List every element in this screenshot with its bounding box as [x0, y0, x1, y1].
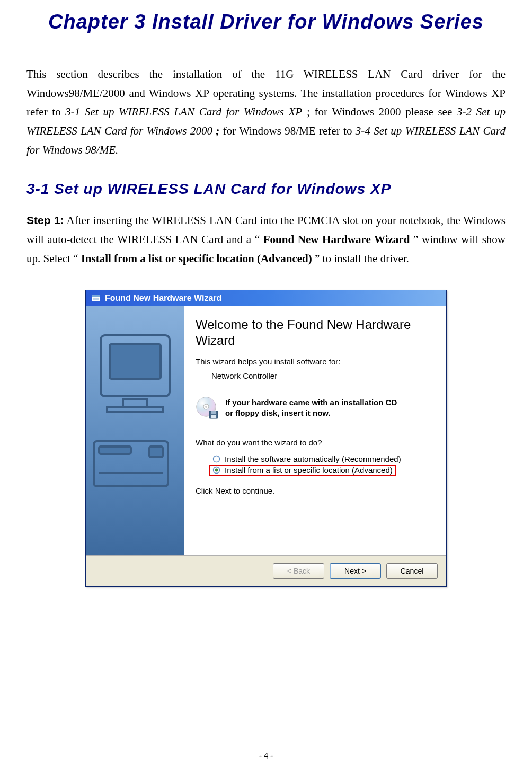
step1-bold-1: Found New Hardware Wizard	[263, 233, 410, 246]
svg-rect-11	[99, 447, 131, 454]
wizard-device-name: Network Controller	[211, 371, 435, 380]
radio-checked-icon	[212, 466, 220, 474]
wizard-titlebar[interactable]: Found New Hardware Wizard	[86, 290, 446, 306]
intro-paragraph: This section describes the installation …	[26, 65, 506, 159]
svg-point-21	[215, 468, 218, 471]
svg-rect-5	[110, 344, 161, 379]
radio-unchecked-icon	[212, 455, 220, 463]
svg-rect-2	[93, 298, 99, 300]
page-number: - 4 -	[0, 751, 532, 761]
svg-point-15	[205, 406, 207, 408]
wizard-question-text: What do you want the wizard to do?	[196, 438, 435, 447]
wizard-cd-line2: or floppy disk, insert it now.	[225, 408, 397, 418]
svg-point-19	[214, 456, 220, 462]
wizard-button-bar: < Back Next > Cancel	[86, 555, 446, 586]
svg-rect-18	[211, 415, 216, 418]
wizard-helps-text: This wizard helps you install software f…	[196, 357, 435, 366]
wizard-cd-line1: If your hardware came with an installati…	[225, 397, 397, 408]
step1-bold-2: Install from a list or specific location…	[81, 252, 312, 265]
radio-auto-label: Install the software automatically (Reco…	[225, 454, 401, 463]
wizard-sidebar-art-icon	[86, 306, 184, 555]
intro-text-3: for Windows 98/ME refer to	[223, 124, 356, 137]
wizard-title-text: Found New Hardware Wizard	[105, 293, 221, 303]
section-title: 3-1 Set up WIRELESS LAN Card for Windows…	[26, 181, 506, 198]
cd-icon	[196, 396, 219, 420]
svg-rect-17	[211, 411, 216, 414]
radio-install-auto[interactable]: Install the software automatically (Reco…	[210, 453, 435, 465]
svg-rect-10	[149, 447, 163, 457]
wizard-radio-group: Install the software automatically (Reco…	[210, 453, 435, 476]
intro-ref-1: 3-1 Set up WIRELESS LAN Card for Windows…	[65, 105, 302, 118]
intro-text-2: ; for Windows 2000 please see	[307, 105, 457, 118]
window-icon	[91, 293, 101, 303]
found-new-hardware-wizard-dialog: Found New Hardware Wizard	[85, 290, 447, 587]
intro-semi: ;	[216, 124, 219, 137]
wizard-cd-instruction: If your hardware came with an installati…	[225, 396, 397, 419]
next-button[interactable]: Next >	[330, 563, 381, 579]
cancel-button[interactable]: Cancel	[386, 563, 438, 579]
wizard-continue-text: Click Next to continue.	[196, 486, 435, 495]
back-button: < Back	[273, 563, 324, 579]
svg-rect-1	[92, 295, 100, 297]
radio-install-list[interactable]: Install from a list or specific location…	[209, 465, 396, 476]
wizard-decorative-sidebar	[86, 306, 184, 555]
wizard-welcome-heading: Welcome to the Found New Hardware Wizard	[196, 317, 435, 349]
step1-label: Step 1:	[26, 214, 64, 226]
chapter-title: Chapter 3 Install Driver for Windows Ser…	[26, 11, 506, 33]
step1-text-3: ” to install the driver.	[315, 252, 409, 265]
step1-paragraph: Step 1: After inserting the WIRELESS LAN…	[26, 211, 506, 268]
radio-list-label: Install from a list or specific location…	[225, 466, 393, 475]
